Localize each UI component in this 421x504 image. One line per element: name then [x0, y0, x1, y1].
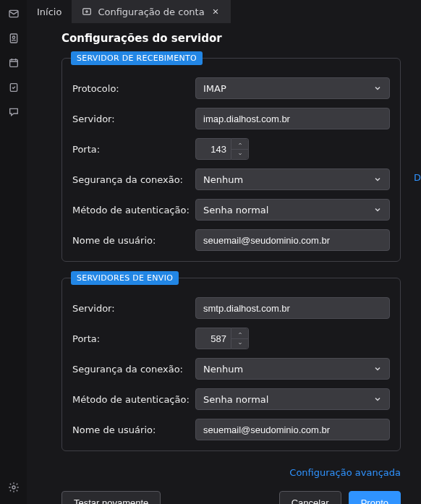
incoming-auth-select[interactable]: Senha normal — [195, 199, 390, 221]
account-settings-icon — [82, 7, 92, 17]
app-sidebar — [0, 0, 27, 504]
svg-point-5 — [12, 486, 15, 489]
outgoing-port-label: Porta: — [72, 333, 195, 344]
outgoing-security-label: Segurança da conexão: — [72, 364, 195, 375]
svg-rect-6 — [83, 9, 91, 14]
incoming-port-up[interactable] — [231, 139, 248, 150]
incoming-security-label: Segurança da conexão: — [72, 174, 195, 185]
incoming-port-down[interactable] — [231, 150, 248, 160]
incoming-user-input[interactable] — [195, 229, 390, 251]
outgoing-port-up[interactable] — [231, 328, 248, 339]
chevron-down-icon — [373, 364, 382, 373]
protocol-select[interactable]: IMAP — [195, 77, 390, 99]
address-book-icon[interactable] — [7, 32, 20, 45]
outgoing-auth-select[interactable]: Senha normal — [195, 388, 390, 410]
outgoing-port-field[interactable] — [200, 328, 226, 349]
outgoing-port-input[interactable] — [195, 328, 231, 349]
incoming-port-input[interactable] — [195, 138, 231, 160]
outgoing-auth-label: Método de autenticação: — [72, 394, 195, 405]
incoming-security-value: Nenhum — [203, 174, 243, 185]
incoming-server-input[interactable] — [195, 108, 390, 129]
tasks-icon[interactable] — [7, 81, 20, 94]
incoming-server-label: Servidor: — [72, 114, 195, 124]
svg-rect-3 — [9, 59, 17, 67]
chevron-down-icon — [373, 175, 382, 184]
incoming-user-field[interactable] — [203, 230, 382, 250]
svg-point-2 — [12, 36, 14, 38]
incoming-user-label: Nome de usuário: — [72, 235, 195, 246]
incoming-server-section: SERVIDOR DE RECEBIMENTO Protocolo: IMAP … — [61, 58, 401, 262]
mail-icon[interactable] — [7, 7, 20, 20]
outgoing-server-label: Servidor: — [72, 303, 195, 314]
tab-home-label: Início — [37, 7, 61, 17]
calendar-icon[interactable] — [7, 56, 20, 69]
advanced-config-link[interactable]: Configuração avançada — [289, 467, 401, 478]
outgoing-port-spinner — [231, 328, 249, 349]
outgoing-user-input[interactable] — [195, 419, 390, 440]
cancel-button[interactable]: Cancelar — [279, 491, 341, 504]
chevron-down-icon — [373, 205, 382, 214]
outgoing-security-select[interactable]: Nenhum — [195, 358, 390, 380]
content-pane: Configurações do servidor SERVIDOR DE RE… — [27, 23, 421, 504]
outgoing-server-section: SERVIDORES DE ENVIO Servidor: Porta: — [61, 278, 401, 451]
tab-account-settings[interactable]: Configuração de conta — [72, 0, 230, 23]
outgoing-user-label: Nome de usuário: — [72, 424, 195, 435]
settings-gear-icon[interactable] — [7, 481, 20, 494]
actions-row: Testar novamente Cancelar Pronto — [61, 491, 401, 504]
incoming-auth-label: Método de autenticação: — [72, 205, 195, 215]
tab-home[interactable]: Início — [27, 0, 72, 23]
tab-settings-label: Configuração de conta — [98, 7, 204, 17]
outgoing-port-down[interactable] — [231, 339, 248, 349]
outgoing-user-field[interactable] — [203, 419, 382, 440]
outgoing-legend: SERVIDORES DE ENVIO — [71, 271, 179, 285]
outgoing-auth-value: Senha normal — [203, 394, 268, 405]
incoming-auth-value: Senha normal — [203, 205, 268, 215]
incoming-port-spinner — [231, 138, 249, 160]
tab-bar: Início Configuração de conta — [27, 0, 421, 23]
done-button[interactable]: Pronto — [349, 491, 401, 504]
incoming-port-label: Porta: — [72, 144, 195, 155]
advanced-config-row: Configuração avançada — [61, 467, 401, 478]
incoming-port-field[interactable] — [200, 139, 226, 159]
right-edge-text: D — [414, 172, 421, 183]
chat-icon[interactable] — [7, 106, 20, 119]
incoming-legend: SERVIDOR DE RECEBIMENTO — [71, 51, 203, 65]
outgoing-server-field[interactable] — [203, 298, 382, 318]
protocol-value: IMAP — [203, 83, 226, 94]
incoming-security-select[interactable]: Nenhum — [195, 168, 390, 190]
incoming-server-field[interactable] — [203, 108, 382, 129]
outgoing-security-value: Nenhum — [203, 364, 243, 375]
svg-point-7 — [86, 11, 88, 12]
outgoing-server-input[interactable] — [195, 297, 390, 319]
page-title: Configurações do servidor — [61, 32, 401, 45]
chevron-down-icon — [373, 84, 382, 93]
retest-button[interactable]: Testar novamente — [61, 491, 161, 504]
chevron-down-icon — [373, 395, 382, 403]
close-tab-icon[interactable] — [210, 7, 221, 17]
protocol-label: Protocolo: — [72, 83, 195, 94]
